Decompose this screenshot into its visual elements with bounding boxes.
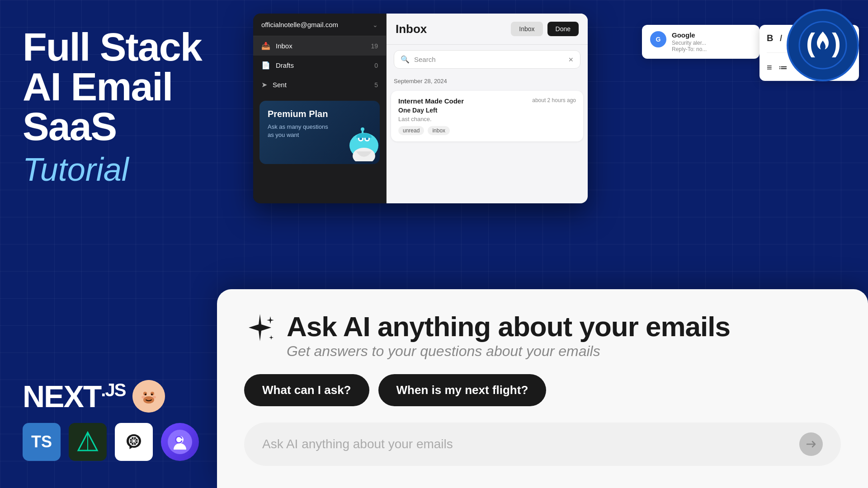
email-tag-unread: unread	[398, 126, 424, 135]
email-time: about 2 hours ago	[532, 97, 576, 103]
ai-subtitle: Get answers to your questions about your…	[287, 343, 841, 360]
google-detail1: Security aler...	[672, 40, 707, 46]
title-ai-email: AI Email	[23, 67, 231, 107]
premium-card: Premium Plan Ask as many questions as yo…	[259, 101, 380, 164]
bullet-list-button[interactable]: ≡	[767, 62, 772, 73]
fcc-logo: ( )	[787, 9, 859, 81]
sent-label: Sent	[273, 81, 287, 89]
svg-point-10	[152, 396, 156, 399]
typescript-icon: TS	[23, 423, 61, 461]
bold-button[interactable]: B	[767, 33, 773, 43]
drafts-label: Drafts	[276, 61, 294, 69]
google-detail2: Reply-To: no...	[672, 46, 707, 52]
ai-suggest-btn-1[interactable]: What can I ask?	[244, 374, 369, 406]
openai-icon	[115, 423, 153, 461]
svg-point-7	[145, 394, 146, 395]
sidebar-item-sent[interactable]: ➤ Sent 5	[253, 75, 386, 94]
ai-panel: Ask AI anything about your emails Get an…	[217, 289, 868, 488]
sparkles-icon	[244, 312, 276, 347]
ai-suggestion-buttons: What can I ask? When is my next flight?	[244, 374, 841, 406]
ai-suggest-btn-2[interactable]: When is my next flight?	[378, 374, 547, 406]
svg-text:(: (	[806, 28, 815, 58]
email-account: officialnotelle@gmail.com	[261, 21, 338, 28]
email-sender: Internet Made Coder	[398, 97, 464, 105]
search-clear-icon[interactable]: ✕	[568, 56, 574, 63]
search-input: Search	[414, 56, 564, 63]
sent-count: 5	[374, 81, 378, 89]
svg-point-9	[142, 396, 145, 399]
email-client: officialnotelle@gmail.com ⌄ 📥 Inbox 19 📄…	[253, 14, 588, 203]
email-panel-title: Inbox	[396, 22, 427, 36]
done-button[interactable]: Done	[547, 22, 579, 36]
inbox-icon: 📥	[261, 42, 270, 50]
google-notification: G Google Security aler... Reply-To: no..…	[642, 25, 760, 59]
tech-stack: NEXT.JS	[23, 379, 231, 461]
tutorial-label: Tutorial	[23, 151, 231, 188]
search-bar[interactable]: 🔍 Search ✕	[394, 50, 580, 69]
clerk-icon	[161, 423, 199, 461]
drafts-icon: 📄	[261, 61, 270, 70]
tech-icons-row: TS	[23, 423, 231, 461]
ai-title-group: Ask AI anything about your emails Get an…	[287, 312, 841, 360]
inbox-count: 19	[371, 42, 378, 50]
search-icon: 🔍	[401, 55, 410, 64]
email-tag-inbox: inbox	[428, 126, 450, 135]
svg-point-28	[361, 127, 364, 131]
date-separator: September 28, 2024	[387, 74, 588, 88]
ai-input-bar[interactable]: Ask AI anything about your emails	[244, 422, 841, 466]
ai-input-placeholder: Ask AI anything about your emails	[262, 437, 453, 451]
chevron-down-icon: ⌄	[373, 21, 378, 28]
email-main-header: Inbox Inbox Done	[387, 14, 588, 45]
nextjs-label: NEXT.JS	[23, 379, 125, 414]
inbox-filter-button[interactable]: Inbox	[511, 22, 542, 36]
bun-icon	[132, 380, 165, 413]
svg-point-8	[151, 394, 153, 395]
left-panel: Full Stack AI Email SaaS Tutorial NEXT.J…	[0, 0, 253, 488]
email-account-row[interactable]: officialnotelle@gmail.com ⌄	[253, 14, 386, 36]
google-avatar: G	[650, 31, 666, 47]
italic-button[interactable]: I	[779, 33, 782, 43]
email-subject: One Day Left	[398, 107, 576, 114]
sidebar-item-inbox[interactable]: 📥 Inbox 19	[253, 36, 386, 56]
prisma-icon	[69, 423, 107, 461]
sent-icon: ➤	[261, 80, 267, 89]
email-main-panel: Inbox Inbox Done 🔍 Search ✕ September 28…	[387, 14, 588, 203]
email-sidebar: officialnotelle@gmail.com ⌄ 📥 Inbox 19 📄…	[253, 14, 387, 203]
inbox-label: Inbox	[276, 42, 292, 50]
ai-main-title: Ask AI anything about your emails	[287, 312, 841, 341]
title-saas: SaaS	[23, 107, 231, 146]
svg-text:): )	[832, 28, 841, 58]
title-fullstack: Full Stack	[23, 27, 231, 67]
drafts-count: 0	[374, 62, 378, 69]
premium-bot-icon	[344, 121, 380, 164]
ai-panel-header: Ask AI anything about your emails Get an…	[244, 312, 841, 360]
ordered-list-button[interactable]: ≔	[778, 62, 788, 73]
email-preview: Last chance.	[398, 116, 576, 122]
google-info: Google Security aler... Reply-To: no...	[672, 31, 707, 52]
ai-send-button[interactable]	[799, 432, 823, 456]
premium-desc: Ask as many questions as you want	[268, 123, 330, 139]
sidebar-item-drafts[interactable]: 📄 Drafts 0	[253, 56, 386, 75]
google-name: Google	[672, 31, 707, 39]
premium-title: Premium Plan	[268, 109, 372, 119]
email-list-item[interactable]: Internet Made Coder about 2 hours ago On…	[391, 91, 583, 141]
